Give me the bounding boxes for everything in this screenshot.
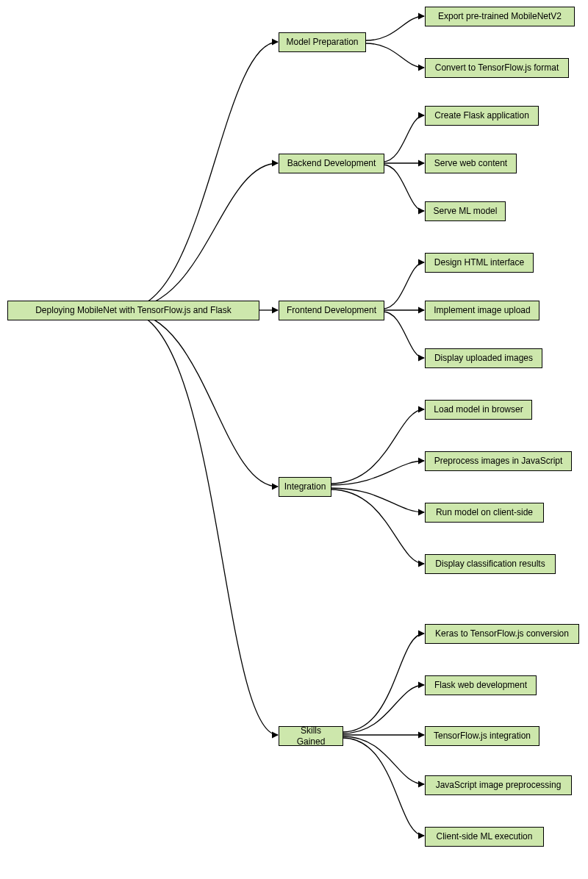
leaf-client-ml: Client-side ML execution [425, 827, 544, 847]
diagram-canvas: Deploying MobileNet with TensorFlow.js a… [0, 0, 588, 879]
branch-label: Frontend Development [287, 305, 376, 315]
leaf-serve-ml: Serve ML model [425, 201, 506, 221]
leaf-tfjs-integration: TensorFlow.js integration [425, 726, 539, 746]
leaf-serve-web: Serve web content [425, 154, 517, 173]
leaf-label: Implement image upload [434, 305, 530, 315]
leaf-label: Create Flask application [434, 110, 529, 121]
branch-label: Model Preparation [286, 37, 358, 47]
leaf-label: JavaScript image preprocessing [436, 780, 562, 790]
leaf-create-flask: Create Flask application [425, 106, 539, 126]
leaf-label: TensorFlow.js integration [434, 731, 531, 741]
leaf-display-results: Display classification results [425, 554, 556, 574]
branch-label: Integration [284, 481, 326, 492]
leaf-label: Run model on client-side [436, 507, 533, 517]
branch-integration: Integration [279, 477, 331, 497]
leaf-label: Export pre-trained MobileNetV2 [438, 11, 562, 21]
leaf-label: Serve ML model [434, 206, 498, 216]
edges-layer [0, 0, 588, 879]
leaf-load-model: Load model in browser [425, 400, 532, 420]
leaf-label: Display uploaded images [434, 353, 533, 363]
leaf-run-client-side: Run model on client-side [425, 503, 544, 523]
leaf-label: Client-side ML execution [437, 831, 533, 842]
branch-backend-development: Backend Development [279, 154, 384, 173]
root-node: Deploying MobileNet with TensorFlow.js a… [7, 301, 259, 320]
root-label: Deploying MobileNet with TensorFlow.js a… [35, 305, 232, 315]
leaf-label: Preprocess images in JavaScript [434, 456, 563, 466]
leaf-label: Flask web development [434, 680, 527, 690]
leaf-image-upload: Implement image upload [425, 301, 539, 320]
branch-skills-gained: Skills Gained [279, 726, 343, 746]
leaf-keras-tfjs: Keras to TensorFlow.js conversion [425, 624, 579, 644]
leaf-label: Display classification results [435, 559, 545, 569]
branch-frontend-development: Frontend Development [279, 301, 384, 320]
leaf-js-preprocess: JavaScript image preprocessing [425, 775, 572, 795]
leaf-label: Serve web content [434, 158, 507, 168]
branch-label: Backend Development [287, 158, 376, 168]
leaf-label: Load model in browser [434, 404, 523, 415]
branch-model-preparation: Model Preparation [279, 32, 366, 52]
leaf-display-images: Display uploaded images [425, 348, 542, 368]
leaf-label: Keras to TensorFlow.js conversion [435, 628, 569, 639]
leaf-design-html: Design HTML interface [425, 253, 534, 273]
branch-label: Skills Gained [285, 725, 337, 747]
leaf-preprocess-js: Preprocess images in JavaScript [425, 451, 572, 471]
leaf-label: Design HTML interface [434, 257, 524, 268]
leaf-label: Convert to TensorFlow.js format [435, 62, 559, 73]
leaf-flask-web: Flask web development [425, 675, 537, 695]
leaf-convert-tfjs: Convert to TensorFlow.js format [425, 58, 569, 78]
leaf-export-mobilenetv2: Export pre-trained MobileNetV2 [425, 7, 575, 26]
